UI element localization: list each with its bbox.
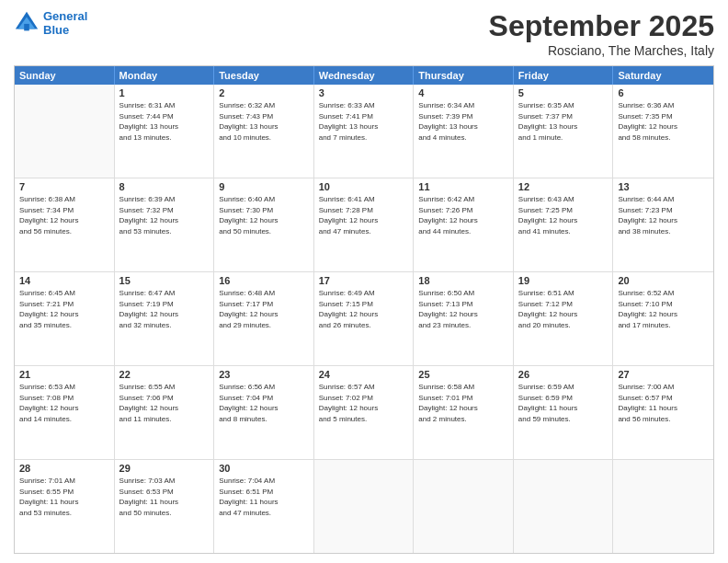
day-number: 30: [219, 463, 309, 474]
empty-cell-4-6: [613, 460, 713, 553]
day-number: 19: [518, 275, 609, 286]
logo: General Blue: [14, 9, 87, 37]
day-info: Sunrise: 6:48 AM Sunset: 7:17 PM Dayligh…: [219, 288, 309, 330]
day-number: 4: [418, 87, 508, 98]
week-row-0: 1Sunrise: 6:31 AM Sunset: 7:44 PM Daylig…: [15, 85, 713, 178]
location-title: Rosciano, The Marches, Italy: [489, 43, 714, 58]
day-number: 18: [418, 275, 508, 286]
day-number: 6: [618, 87, 709, 98]
day-info: Sunrise: 6:39 AM Sunset: 7:32 PM Dayligh…: [119, 194, 210, 236]
day-info: Sunrise: 6:40 AM Sunset: 7:30 PM Dayligh…: [219, 194, 309, 236]
day-info: Sunrise: 6:36 AM Sunset: 7:35 PM Dayligh…: [618, 100, 709, 143]
day-info: Sunrise: 6:43 AM Sunset: 7:25 PM Dayligh…: [518, 194, 609, 236]
day-info: Sunrise: 7:01 AM Sunset: 6:55 PM Dayligh…: [19, 476, 109, 518]
header-day-saturday: Saturday: [613, 66, 713, 85]
day-number: 25: [418, 369, 508, 380]
day-cell-14: 14Sunrise: 6:45 AM Sunset: 7:21 PM Dayli…: [15, 272, 115, 365]
logo-icon: [14, 10, 40, 36]
week-row-4: 28Sunrise: 7:01 AM Sunset: 6:55 PM Dayli…: [15, 460, 713, 553]
day-info: Sunrise: 6:50 AM Sunset: 7:13 PM Dayligh…: [418, 288, 508, 330]
day-info: Sunrise: 6:49 AM Sunset: 7:15 PM Dayligh…: [319, 288, 409, 330]
day-number: 29: [119, 463, 210, 474]
day-number: 28: [19, 463, 109, 474]
day-info: Sunrise: 6:41 AM Sunset: 7:28 PM Dayligh…: [319, 194, 409, 236]
day-number: 21: [19, 369, 109, 380]
day-info: Sunrise: 6:45 AM Sunset: 7:21 PM Dayligh…: [19, 288, 109, 330]
day-info: Sunrise: 6:58 AM Sunset: 7:01 PM Dayligh…: [418, 382, 508, 424]
header-day-tuesday: Tuesday: [214, 66, 314, 85]
day-info: Sunrise: 6:57 AM Sunset: 7:02 PM Dayligh…: [319, 382, 409, 424]
day-cell-18: 18Sunrise: 6:50 AM Sunset: 7:13 PM Dayli…: [414, 272, 514, 365]
day-cell-1: 1Sunrise: 6:31 AM Sunset: 7:44 PM Daylig…: [115, 85, 215, 178]
day-cell-8: 8Sunrise: 6:39 AM Sunset: 7:32 PM Daylig…: [115, 178, 215, 271]
day-cell-24: 24Sunrise: 6:57 AM Sunset: 7:02 PM Dayli…: [314, 366, 415, 459]
day-cell-15: 15Sunrise: 6:47 AM Sunset: 7:19 PM Dayli…: [115, 272, 215, 365]
day-number: 14: [19, 275, 109, 286]
day-cell-5: 5Sunrise: 6:35 AM Sunset: 7:37 PM Daylig…: [514, 85, 614, 178]
header: General Blue September 2025 Rosciano, Th…: [14, 9, 714, 58]
week-row-3: 21Sunrise: 6:53 AM Sunset: 7:08 PM Dayli…: [15, 366, 713, 460]
day-cell-11: 11Sunrise: 6:42 AM Sunset: 7:26 PM Dayli…: [414, 178, 514, 271]
day-number: 5: [518, 87, 609, 98]
day-info: Sunrise: 6:42 AM Sunset: 7:26 PM Dayligh…: [418, 194, 508, 236]
day-cell-9: 9Sunrise: 6:40 AM Sunset: 7:30 PM Daylig…: [214, 178, 314, 271]
day-info: Sunrise: 6:59 AM Sunset: 6:59 PM Dayligh…: [518, 382, 609, 424]
day-info: Sunrise: 6:53 AM Sunset: 7:08 PM Dayligh…: [19, 382, 109, 424]
day-info: Sunrise: 6:34 AM Sunset: 7:39 PM Dayligh…: [418, 100, 508, 143]
calendar: SundayMondayTuesdayWednesdayThursdayFrid…: [14, 65, 714, 554]
day-info: Sunrise: 6:31 AM Sunset: 7:44 PM Dayligh…: [119, 100, 210, 143]
day-number: 11: [418, 181, 508, 192]
empty-cell-4-3: [314, 460, 415, 553]
day-info: Sunrise: 6:47 AM Sunset: 7:19 PM Dayligh…: [119, 288, 210, 330]
day-number: 23: [219, 369, 309, 380]
title-block: September 2025 Rosciano, The Marches, It…: [489, 9, 714, 58]
day-number: 2: [219, 87, 309, 98]
day-cell-7: 7Sunrise: 6:38 AM Sunset: 7:34 PM Daylig…: [15, 178, 115, 271]
header-day-wednesday: Wednesday: [314, 66, 415, 85]
day-info: Sunrise: 6:33 AM Sunset: 7:41 PM Dayligh…: [319, 100, 409, 143]
calendar-header: SundayMondayTuesdayWednesdayThursdayFrid…: [15, 66, 713, 85]
month-title: September 2025: [489, 9, 714, 43]
day-number: 15: [119, 275, 210, 286]
day-info: Sunrise: 7:00 AM Sunset: 6:57 PM Dayligh…: [618, 382, 709, 424]
header-day-friday: Friday: [514, 66, 614, 85]
day-cell-30: 30Sunrise: 7:04 AM Sunset: 6:51 PM Dayli…: [214, 460, 314, 553]
day-info: Sunrise: 6:38 AM Sunset: 7:34 PM Dayligh…: [19, 194, 109, 236]
week-row-2: 14Sunrise: 6:45 AM Sunset: 7:21 PM Dayli…: [15, 272, 713, 366]
day-cell-6: 6Sunrise: 6:36 AM Sunset: 7:35 PM Daylig…: [613, 85, 713, 178]
day-info: Sunrise: 6:35 AM Sunset: 7:37 PM Dayligh…: [518, 100, 609, 143]
day-number: 22: [119, 369, 210, 380]
day-info: Sunrise: 6:32 AM Sunset: 7:43 PM Dayligh…: [219, 100, 309, 143]
header-day-monday: Monday: [115, 66, 215, 85]
day-cell-25: 25Sunrise: 6:58 AM Sunset: 7:01 PM Dayli…: [414, 366, 514, 459]
day-cell-4: 4Sunrise: 6:34 AM Sunset: 7:39 PM Daylig…: [414, 85, 514, 178]
day-info: Sunrise: 7:03 AM Sunset: 6:53 PM Dayligh…: [119, 476, 210, 518]
day-number: 7: [19, 181, 109, 192]
empty-cell-4-4: [414, 460, 514, 553]
day-cell-28: 28Sunrise: 7:01 AM Sunset: 6:55 PM Dayli…: [15, 460, 115, 553]
svg-rect-2: [24, 24, 29, 30]
day-info: Sunrise: 6:55 AM Sunset: 7:06 PM Dayligh…: [119, 382, 210, 424]
empty-cell-0-0: [15, 85, 115, 178]
day-cell-20: 20Sunrise: 6:52 AM Sunset: 7:10 PM Dayli…: [613, 272, 713, 365]
day-info: Sunrise: 6:56 AM Sunset: 7:04 PM Dayligh…: [219, 382, 309, 424]
day-number: 12: [518, 181, 609, 192]
day-cell-12: 12Sunrise: 6:43 AM Sunset: 7:25 PM Dayli…: [514, 178, 614, 271]
day-cell-22: 22Sunrise: 6:55 AM Sunset: 7:06 PM Dayli…: [115, 366, 215, 459]
day-number: 27: [618, 369, 709, 380]
day-number: 3: [319, 87, 409, 98]
day-number: 24: [319, 369, 409, 380]
day-number: 17: [319, 275, 409, 286]
page: General Blue September 2025 Rosciano, Th…: [0, 0, 728, 563]
week-row-1: 7Sunrise: 6:38 AM Sunset: 7:34 PM Daylig…: [15, 178, 713, 272]
header-day-sunday: Sunday: [15, 66, 115, 85]
day-cell-29: 29Sunrise: 7:03 AM Sunset: 6:53 PM Dayli…: [115, 460, 215, 553]
day-number: 13: [618, 181, 709, 192]
day-cell-23: 23Sunrise: 6:56 AM Sunset: 7:04 PM Dayli…: [214, 366, 314, 459]
calendar-body: 1Sunrise: 6:31 AM Sunset: 7:44 PM Daylig…: [15, 85, 713, 553]
day-info: Sunrise: 6:44 AM Sunset: 7:23 PM Dayligh…: [618, 194, 709, 236]
day-cell-21: 21Sunrise: 6:53 AM Sunset: 7:08 PM Dayli…: [15, 366, 115, 459]
day-cell-13: 13Sunrise: 6:44 AM Sunset: 7:23 PM Dayli…: [613, 178, 713, 271]
header-day-thursday: Thursday: [414, 66, 514, 85]
logo-text: General Blue: [43, 9, 87, 37]
